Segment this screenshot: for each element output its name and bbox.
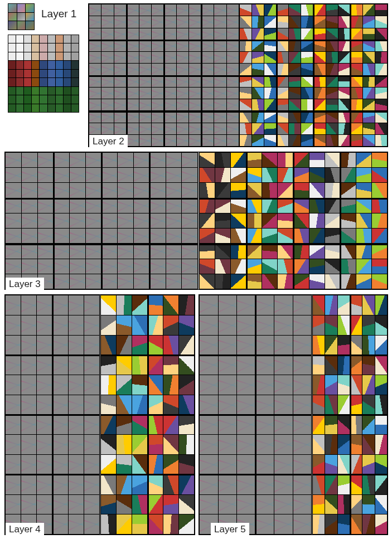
feature-cell — [89, 4, 101, 16]
image-patch — [325, 198, 340, 213]
feature-cell — [6, 244, 21, 258]
image-patch — [215, 153, 230, 167]
image-patch — [350, 315, 362, 335]
image-patch — [200, 198, 215, 213]
image-patch — [163, 295, 178, 315]
feature-cell — [89, 52, 101, 63]
feature-cell — [89, 64, 101, 75]
layer1-patch — [71, 95, 79, 103]
feature-cell — [256, 475, 274, 494]
image-patch — [301, 111, 313, 122]
layer1-patch — [8, 78, 16, 86]
feature-cell — [200, 415, 218, 435]
image-patch — [314, 40, 326, 51]
feature-cell — [293, 435, 312, 454]
image-patch — [246, 274, 262, 289]
feature-cell — [293, 495, 312, 514]
image-patch — [375, 395, 387, 415]
image-patch — [338, 76, 350, 87]
layer1-patch — [48, 104, 55, 112]
image-patch — [179, 435, 194, 454]
image-patch — [350, 336, 362, 355]
image-patch — [101, 375, 116, 395]
feature-cell — [54, 168, 69, 182]
layer1-patch — [32, 61, 39, 69]
feature-cell — [6, 259, 21, 274]
feature-cell — [237, 315, 255, 335]
feature-cell — [86, 229, 101, 243]
feature-cell — [166, 198, 182, 213]
feature-cell — [84, 455, 99, 474]
feature-cell — [150, 183, 166, 197]
feature-cell — [134, 198, 149, 213]
image-patch — [132, 435, 147, 454]
image-patch — [375, 64, 387, 75]
feature-cell — [214, 28, 226, 40]
feature-cell — [101, 88, 113, 99]
feature-cell — [127, 88, 138, 99]
feature-cell — [200, 315, 218, 335]
layer1-patch — [24, 87, 31, 95]
image-patch — [309, 274, 325, 289]
feature-cell — [52, 475, 67, 494]
feature-cell — [37, 315, 52, 335]
image-patch — [289, 52, 301, 63]
layer1-filter-grid-small — [8, 3, 35, 30]
feature-cell — [38, 168, 54, 182]
feature-cell — [152, 52, 163, 63]
feature-cell — [274, 315, 293, 335]
image-patch — [363, 99, 375, 110]
layer1-patch — [48, 61, 55, 69]
image-patch — [132, 295, 147, 315]
feature-cell — [21, 295, 36, 315]
layer1-patch — [24, 61, 31, 69]
feature-cell — [127, 135, 138, 146]
feature-cell — [202, 111, 214, 122]
feature-cell — [152, 123, 163, 134]
feature-cell — [256, 355, 274, 375]
feature-cell — [69, 514, 84, 534]
image-patch — [362, 375, 374, 395]
image-patch — [101, 355, 116, 375]
layer1-patch — [56, 35, 63, 43]
feature-cell — [227, 88, 239, 99]
image-patch — [215, 229, 230, 243]
layer1-patch — [40, 87, 47, 95]
feature-cell — [102, 198, 118, 213]
feature-cell — [84, 315, 99, 335]
feature-cell — [127, 99, 138, 110]
layer1-patch — [40, 52, 47, 60]
feature-cell — [84, 395, 99, 415]
feature-cell — [189, 40, 201, 51]
feature-cell — [6, 415, 21, 435]
feature-cell — [70, 229, 85, 243]
image-patch — [264, 64, 276, 75]
feature-cell — [89, 28, 101, 40]
feature-cell — [101, 40, 113, 51]
feature-cell — [189, 4, 201, 16]
feature-cell — [6, 455, 21, 474]
feature-cell — [84, 375, 99, 395]
image-patch — [351, 52, 362, 63]
image-patch — [356, 259, 371, 274]
feature-cell — [70, 168, 85, 182]
feature-cell — [38, 213, 54, 228]
image-patch — [215, 244, 230, 258]
feature-cell — [256, 395, 274, 415]
feature-cell — [22, 198, 37, 213]
image-patch — [326, 28, 338, 40]
layer1-patch — [64, 43, 71, 51]
image-patch — [338, 514, 350, 534]
feature-cell — [22, 183, 37, 197]
image-patch — [117, 455, 132, 474]
image-patch — [262, 274, 277, 289]
feature-cell — [189, 111, 201, 122]
image-patch — [264, 16, 276, 27]
image-patch — [179, 475, 194, 494]
feature-cell — [54, 213, 69, 228]
layer1-patch — [32, 87, 39, 95]
image-patch — [350, 355, 362, 375]
image-patch — [117, 315, 132, 335]
image-patch — [301, 28, 313, 40]
feature-cell — [127, 28, 138, 40]
